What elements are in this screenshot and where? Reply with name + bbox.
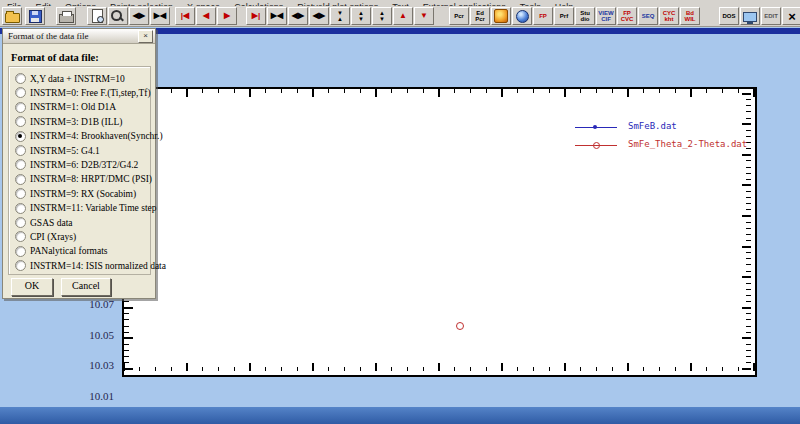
edit-button[interactable]: EDIT [761, 7, 781, 25]
format-option-2[interactable]: INSTRM=1: Old D1A [15, 101, 116, 114]
radio-unselected-icon[interactable] [15, 73, 26, 84]
axis-tick [690, 89, 692, 97]
x-compress-button[interactable]: ▶◀ [150, 7, 170, 25]
edpcr-button[interactable]: EdPcr [470, 7, 490, 25]
format-option-7[interactable]: INSTRM=8: HRPT/DMC (PSI) [15, 173, 152, 186]
axis-tick [580, 89, 581, 93]
format-option-label: INSTRM=4: Brookhaven(Synchr.) [30, 131, 163, 141]
seq-button[interactable]: SEQ [638, 7, 658, 25]
axis-tick [438, 363, 440, 371]
radio-unselected-icon[interactable] [15, 174, 26, 185]
monitor-button[interactable] [740, 7, 760, 25]
pcr-button[interactable]: Pcr [449, 7, 469, 25]
axis-tick [742, 246, 751, 248]
fp-cvc-button[interactable]: FPCVC [617, 7, 637, 25]
radio-unselected-icon[interactable] [15, 188, 26, 199]
radio-unselected-icon[interactable] [15, 102, 26, 113]
view-cif-button[interactable]: VIEWCIF [596, 7, 616, 25]
open-file-button[interactable] [2, 7, 22, 25]
radio-unselected-icon[interactable] [15, 246, 26, 257]
format-option-13[interactable]: INSTRM=14: ISIS normalized data [15, 259, 166, 272]
axis-tick [746, 344, 751, 345]
dos-button[interactable]: DOS [719, 7, 739, 25]
full-y-button[interactable]: ▲▼ [372, 7, 392, 25]
format-option-11[interactable]: CPI (Xrays) [15, 230, 76, 243]
radio-selected-icon[interactable] [15, 131, 26, 142]
radio-unselected-icon[interactable] [15, 260, 26, 271]
radio-unselected-icon[interactable] [15, 145, 26, 156]
cyc-button[interactable]: CYCkht [659, 7, 679, 25]
axis-tick [124, 344, 129, 345]
radio-unselected-icon[interactable] [15, 87, 26, 98]
radio-unselected-icon[interactable] [15, 116, 26, 127]
save-button[interactable] [25, 7, 45, 25]
cancel-button[interactable]: Cancel [61, 278, 111, 296]
full-x-button[interactable]: ◀▶ [309, 7, 329, 25]
legend-item[interactable]: SmFe_Theta_2-Theta.dat [575, 139, 775, 153]
format-option-3[interactable]: INSTRM=3: D1B (ILL) [15, 115, 122, 128]
shrink-x-button[interactable]: ▶◀ [267, 7, 287, 25]
format-option-12[interactable]: PANalytical formats [15, 245, 107, 258]
bdwil-button[interactable]: BdWIL [680, 7, 700, 25]
axis-tick [746, 203, 751, 204]
shift-up-button[interactable]: ▲ [393, 7, 413, 25]
ok-button[interactable]: OK [11, 278, 53, 296]
axis-tick [746, 191, 751, 192]
scroll-left-button[interactable]: ◀ [196, 7, 216, 25]
axis-tick [746, 173, 751, 174]
format-option-6[interactable]: INSTRM=6: D2B/3T2/G4.2 [15, 158, 138, 171]
axis-tick [391, 89, 392, 93]
shift-down-button[interactable]: ▼ [414, 7, 434, 25]
radio-unselected-icon[interactable] [15, 217, 26, 228]
scroll-left-end-button[interactable]: |◀ [175, 7, 195, 25]
prf-button[interactable]: Prf [554, 7, 574, 25]
axis-tick [746, 197, 751, 198]
plot-canvas[interactable]: SmFeB.datSmFe_Theta_2-Theta.dat [122, 87, 757, 377]
x-expand-button[interactable]: ◀▶ [129, 7, 149, 25]
axis-tick [202, 367, 203, 371]
print-button[interactable] [56, 7, 76, 25]
close-plot-button[interactable]: × [782, 7, 800, 25]
fp-studio-icon [494, 9, 508, 23]
axis-tick [328, 89, 329, 93]
format-option-0[interactable]: X,Y data + INSTRM=10 [15, 72, 125, 85]
format-option-5[interactable]: INSTRM=5: G4.1 [15, 144, 100, 157]
radio-unselected-icon[interactable] [15, 231, 26, 242]
compress-y-button[interactable]: ▼▲ [330, 7, 350, 25]
scroll-right-end-button[interactable]: ▶| [246, 7, 266, 25]
studio-button[interactable]: Studio [575, 7, 595, 25]
axis-tick [612, 367, 613, 371]
axis-tick [746, 234, 751, 235]
format-option-1[interactable]: INSTRM=0: Free F.(Ti,step,Tf) [15, 86, 151, 99]
axis-tick [722, 367, 723, 371]
print-preview-button[interactable] [87, 7, 107, 25]
grow-x-button[interactable]: ◀▶ [288, 7, 308, 25]
fullprof-run-button[interactable]: FP [533, 7, 553, 25]
format-option-4[interactable]: INSTRM=4: Brookhaven(Synchr.) [15, 130, 163, 143]
axis-tick [328, 367, 329, 371]
format-option-8[interactable]: INSTRM=9: RX (Socabim) [15, 187, 136, 200]
axis-tick [155, 367, 156, 371]
monitor-icon [743, 12, 757, 22]
radio-unselected-icon[interactable] [15, 203, 26, 214]
gfourier-button[interactable] [512, 7, 532, 25]
dialog-title-bar[interactable]: Format of the data file × [3, 29, 155, 44]
format-option-10[interactable]: GSAS data [15, 216, 73, 229]
axis-tick [746, 313, 751, 314]
fullprof-studio-button[interactable] [491, 7, 511, 25]
axis-tick [746, 319, 751, 320]
axis-tick [746, 179, 751, 180]
scroll-right-button[interactable]: ▶ [217, 7, 237, 25]
axis-tick [501, 89, 503, 97]
axis-tick [753, 363, 755, 371]
zoom-button[interactable] [108, 7, 128, 25]
dialog-close-icon[interactable]: × [138, 30, 153, 43]
expand-y-button[interactable]: ▲▼ [351, 7, 371, 25]
axis-tick [124, 307, 133, 309]
radio-unselected-icon[interactable] [15, 159, 26, 170]
legend-item[interactable]: SmFeB.dat [575, 121, 775, 135]
axis-tick [297, 89, 298, 93]
format-option-9[interactable]: INSTRM=11: Variable Time step [15, 202, 157, 215]
y-tick-label: 10.05 [72, 329, 114, 341]
format-option-label: INSTRM=6: D2B/3T2/G4.2 [30, 160, 138, 170]
